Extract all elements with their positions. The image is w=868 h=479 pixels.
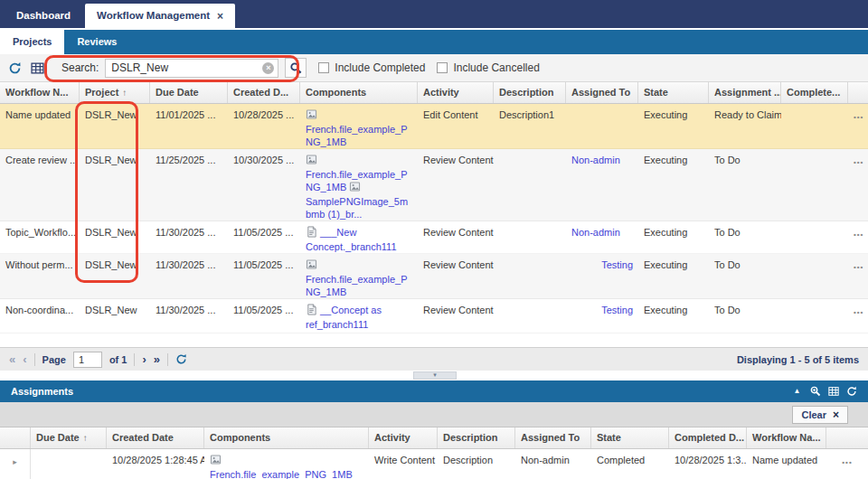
page-label: Page	[42, 354, 66, 365]
image-file-icon	[349, 181, 361, 195]
activity-cell: Review Content	[418, 254, 494, 298]
project-cell: DSLR_New	[80, 221, 150, 253]
column-header-activity[interactable]: Activity	[369, 427, 438, 448]
component-link[interactable]: __Concept as ref_branch111	[306, 305, 382, 330]
due-date-cell: 11/01/2025 ...	[150, 104, 228, 148]
column-header-components[interactable]: Components	[204, 427, 369, 448]
refresh-icon[interactable]	[7, 61, 22, 75]
activity-cell: Review Content	[418, 299, 494, 333]
assigned-to-link[interactable]: Non-admin	[566, 221, 638, 253]
due-date-cell: 11/25/2025 ...	[150, 149, 228, 221]
first-page-icon[interactable]: «	[9, 353, 15, 365]
column-header-description[interactable]: Description	[438, 427, 515, 448]
include-cancelled-checkbox[interactable]: Include Cancelled	[437, 61, 539, 74]
previous-page-icon[interactable]: ‹	[23, 353, 26, 365]
row-actions-menu-icon[interactable]: •••	[848, 221, 868, 253]
page-number-input[interactable]	[73, 352, 102, 368]
state-cell: Executing	[638, 221, 709, 253]
column-header-activity[interactable]: Activity	[418, 82, 494, 103]
column-header-completed-date[interactable]: Completed D...	[669, 427, 747, 448]
assignments-grid: Due Date↑ Created Date Components Activi…	[0, 427, 868, 479]
include-completed-checkbox[interactable]: Include Completed	[318, 61, 425, 74]
column-header-project[interactable]: Project↑	[80, 82, 150, 103]
projects-grid-header: Workflow N... Project↑ Due Date Created …	[0, 82, 868, 104]
column-header-components[interactable]: Components	[300, 82, 418, 103]
collapse-panel-icon[interactable]: ▲	[791, 386, 803, 398]
column-header-state[interactable]: State	[591, 427, 669, 448]
column-header-description[interactable]: Description	[494, 82, 566, 103]
state-cell: Executing	[638, 254, 709, 298]
column-header-due-date[interactable]: Due Date↑	[31, 427, 107, 448]
column-header-assignment-status[interactable]: Assignment ...	[709, 82, 781, 103]
tab-workflow-management[interactable]: Workflow Management ×	[85, 4, 235, 28]
column-header-workflow-name[interactable]: Workflow N...	[0, 82, 80, 103]
search-input[interactable]	[105, 59, 278, 78]
row-actions-menu-icon[interactable]: •••	[848, 149, 868, 221]
next-page-icon[interactable]: ›	[142, 353, 146, 365]
column-header-created-date[interactable]: Created D...	[228, 82, 300, 103]
assignment-status-cell: Ready to Claim	[709, 104, 781, 148]
sort-ascending-icon: ↑	[122, 82, 127, 103]
completed-cell	[781, 221, 848, 253]
grid-view-icon[interactable]	[827, 386, 839, 398]
table-row[interactable]: Create review ... DSLR_New 11/25/2025 ..…	[0, 149, 868, 221]
component-link[interactable]: ___New Concept._branch111	[306, 227, 397, 252]
include-completed-label: Include Completed	[335, 61, 425, 74]
last-page-icon[interactable]: »	[154, 353, 160, 365]
components-cell: ___New Concept._branch111	[300, 221, 418, 253]
completed-cell	[781, 104, 848, 148]
checkbox-icon	[318, 62, 329, 73]
refresh-icon[interactable]	[845, 386, 857, 398]
row-actions-menu-icon[interactable]: •••	[848, 254, 868, 298]
image-file-icon	[306, 258, 317, 273]
table-row[interactable]: Name updated DSLR_New 11/01/2025 ... 10/…	[0, 104, 868, 149]
state-cell: Executing	[638, 149, 709, 221]
table-row[interactable]: Without perm... DSLR_New 11/30/2025 ... …	[0, 254, 868, 299]
component-link[interactable]: French.file_example_PNG_1MB	[306, 259, 408, 297]
activity-cell: Review Content	[418, 149, 494, 221]
tab-reviews[interactable]: Reviews	[64, 30, 129, 54]
projects-grid: Workflow N... Project↑ Due Date Created …	[0, 82, 868, 347]
refresh-icon[interactable]	[175, 353, 187, 365]
clear-button[interactable]: Clear ×	[792, 406, 848, 424]
column-header-workflow-name[interactable]: Workflow Na...	[747, 427, 826, 448]
assigned-to-link[interactable]: Non-admin	[566, 149, 638, 221]
document-file-icon	[306, 304, 317, 318]
zoom-icon[interactable]	[809, 386, 821, 398]
components-cell: French.file_example_PNG_1MB SamplePNGIma…	[300, 149, 418, 221]
project-cell: DSLR_New	[80, 299, 150, 333]
created-date-cell: 10/30/2025 ...	[228, 149, 300, 221]
row-actions-menu-icon[interactable]: •••	[826, 449, 868, 479]
component-link[interactable]: French.file_example_PNG_1MB	[210, 455, 353, 479]
row-actions-menu-icon[interactable]: •••	[848, 104, 868, 148]
grid-view-icon[interactable]	[30, 61, 44, 75]
column-header-completed[interactable]: Complete...	[781, 82, 848, 103]
panel-title: Assignments	[11, 386, 73, 397]
tab-projects[interactable]: Projects	[0, 30, 64, 54]
assigned-to-link[interactable]: Testing	[566, 299, 638, 333]
column-header-due-date[interactable]: Due Date	[150, 82, 228, 103]
description-cell	[494, 149, 566, 221]
completed-cell	[781, 299, 848, 333]
due-date-cell: 11/30/2025 ...	[150, 221, 228, 253]
table-row[interactable]: Non-coordina... DSLR_New 11/30/2025 ... …	[0, 299, 868, 333]
column-header-created-date[interactable]: Created Date	[107, 427, 204, 448]
component-link[interactable]: French.file_example_PNG_1MB	[306, 109, 408, 147]
completed-cell	[781, 254, 848, 298]
due-date-cell	[31, 449, 107, 479]
table-row[interactable]: Topic_Workflo... DSLR_New 11/30/2025 ...…	[0, 221, 868, 254]
tab-dashboard[interactable]: Dashboard	[5, 4, 82, 28]
row-actions-menu-icon[interactable]: •••	[848, 299, 868, 333]
include-cancelled-label: Include Cancelled	[453, 61, 539, 74]
clear-search-icon[interactable]: ×	[262, 62, 274, 74]
search-button[interactable]	[285, 58, 307, 78]
expand-row-icon[interactable]: ▸	[0, 449, 31, 479]
splitter-collapse-handle[interactable]: ▾	[413, 371, 457, 380]
column-header-assigned-to[interactable]: Assigned To	[515, 427, 591, 448]
table-row[interactable]: ▸ 10/28/2025 1:28:45 AM French.file_exam…	[0, 449, 868, 479]
column-header-assigned-to[interactable]: Assigned To	[566, 82, 638, 103]
assigned-to-link[interactable]: Testing	[566, 254, 638, 298]
close-tab-icon[interactable]: ×	[217, 11, 223, 22]
column-header-state[interactable]: State	[638, 82, 709, 103]
workflow-name-cell: Name updated	[0, 104, 80, 148]
